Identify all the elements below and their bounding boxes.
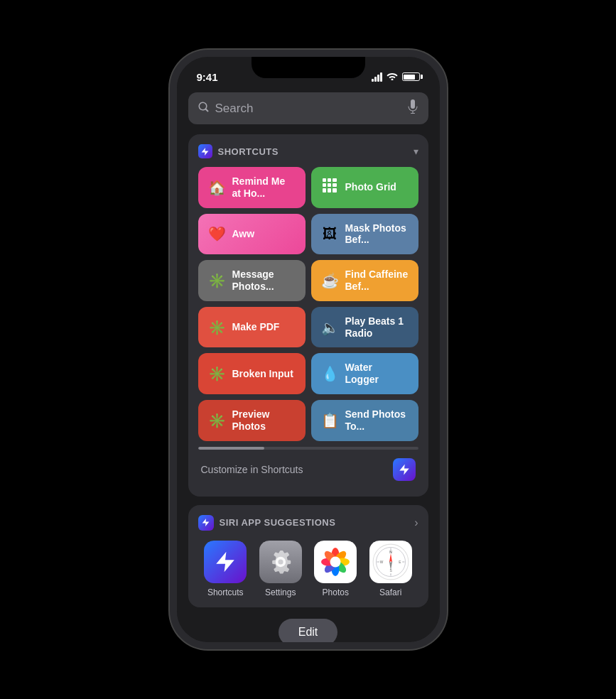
svg-point-17 bbox=[330, 556, 341, 567]
app-suggestions: Shortcuts Settings bbox=[198, 541, 418, 597]
shortcut-water-logger[interactable]: 💧 Water Logger bbox=[311, 353, 418, 394]
shortcuts-grid: 🏠 Remind Me at Ho... Photo Grid bbox=[198, 167, 418, 441]
shortcut-send-photos[interactable]: 📋 Send Photos To... bbox=[311, 400, 418, 441]
coffee-icon: ☕ bbox=[321, 272, 338, 289]
wifi-icon bbox=[387, 71, 398, 82]
search-icon bbox=[198, 102, 210, 116]
phone-screen: 9:41 bbox=[177, 57, 440, 642]
shortcut-label: Make PDF bbox=[232, 321, 280, 333]
shortcut-remind-home[interactable]: 🏠 Remind Me at Ho... bbox=[198, 167, 306, 208]
mic-icon[interactable] bbox=[407, 99, 418, 117]
shortcut-make-pdf[interactable]: ✳️ Make PDF bbox=[198, 307, 306, 348]
customize-btn[interactable]: Customize in Shortcuts bbox=[198, 453, 418, 487]
status-icons bbox=[372, 71, 420, 82]
phone-frame: 9:41 bbox=[170, 50, 447, 649]
shortcut-label: Broken Input bbox=[232, 368, 293, 380]
shortcut-broken-input[interactable]: ✳️ Broken Input bbox=[198, 353, 306, 394]
sparkle3-icon: ✳️ bbox=[208, 365, 225, 382]
chevron-down-icon[interactable]: ▾ bbox=[414, 146, 418, 157]
scroll-track bbox=[198, 447, 264, 450]
app-label-shortcuts: Shortcuts bbox=[207, 587, 244, 597]
shortcut-aww[interactable]: ❤️ Aww bbox=[198, 214, 306, 255]
speaker-icon: 🔈 bbox=[321, 319, 338, 336]
siri-suggestions-widget: SIRI APP SUGGESTIONS › Shortcuts bbox=[188, 505, 428, 607]
widget-header: SHORTCUTS ▾ bbox=[198, 144, 418, 158]
app-icon-safari: N S E W bbox=[369, 541, 412, 583]
shortcut-message-photos[interactable]: ✳️ Message Photos... bbox=[198, 260, 306, 301]
clipboard-icon: 📋 bbox=[321, 412, 338, 429]
shortcut-label: Preview Photos bbox=[232, 408, 296, 433]
svg-rect-0 bbox=[323, 178, 326, 182]
shortcut-label: Water Logger bbox=[345, 362, 409, 386]
shortcut-label: Play Beats 1 Radio bbox=[345, 315, 409, 340]
app-item-photos[interactable]: Photos bbox=[314, 541, 357, 597]
home-icon: 🏠 bbox=[208, 179, 225, 196]
svg-rect-8 bbox=[333, 188, 337, 193]
shortcuts-widget: SHORTCUTS ▾ 🏠 Remind Me at Ho... bbox=[188, 134, 428, 497]
widget-header-left: SHORTCUTS bbox=[198, 144, 279, 158]
edit-btn-container: Edit bbox=[188, 619, 428, 642]
shortcuts-badge-icon bbox=[393, 458, 416, 481]
app-label-settings: Settings bbox=[265, 587, 296, 597]
shortcut-play-beats[interactable]: 🔈 Play Beats 1 Radio bbox=[311, 307, 418, 348]
shortcut-label: Remind Me at Ho... bbox=[232, 175, 296, 200]
svg-rect-2 bbox=[333, 178, 337, 182]
app-icon-settings bbox=[259, 541, 302, 583]
shortcut-label: Aww bbox=[232, 228, 255, 240]
sparkle-icon: ✳️ bbox=[208, 272, 225, 289]
siri-header-left: SIRI APP SUGGESTIONS bbox=[198, 515, 336, 531]
siri-title: SIRI APP SUGGESTIONS bbox=[220, 517, 336, 528]
svg-text:N: N bbox=[389, 551, 392, 554]
svg-rect-6 bbox=[323, 188, 326, 193]
edit-button[interactable]: Edit bbox=[279, 619, 338, 642]
app-item-shortcuts[interactable]: Shortcuts bbox=[204, 541, 247, 597]
shortcut-label: Message Photos... bbox=[232, 269, 296, 293]
svg-text:W: W bbox=[379, 560, 383, 563]
svg-rect-3 bbox=[323, 183, 326, 187]
siri-header: SIRI APP SUGGESTIONS › bbox=[198, 515, 418, 531]
notch bbox=[252, 57, 365, 78]
app-item-safari[interactable]: N S E W Safari bbox=[369, 541, 412, 597]
search-bar[interactable]: Search bbox=[188, 92, 428, 124]
shortcut-mask-photos[interactable]: 🖼 Mask Photos Bef... bbox=[311, 214, 418, 255]
shortcut-label: Send Photos To... bbox=[345, 408, 409, 433]
shortcut-label: Find Caffeine Bef... bbox=[345, 269, 409, 293]
screen-content[interactable]: Search SHORTCUTS bbox=[177, 88, 440, 642]
siri-chevron-icon[interactable]: › bbox=[414, 516, 418, 529]
sparkle2-icon: ✳️ bbox=[208, 319, 225, 336]
droplet-icon: 💧 bbox=[321, 365, 338, 382]
shortcuts-icon-small bbox=[198, 144, 212, 158]
app-label-safari: Safari bbox=[379, 587, 401, 597]
grid-icon bbox=[321, 178, 338, 196]
app-label-photos: Photos bbox=[323, 587, 349, 597]
shortcut-preview-photos[interactable]: ✳️ Preview Photos bbox=[198, 400, 306, 441]
shortcut-find-caffeine[interactable]: ☕ Find Caffeine Bef... bbox=[311, 260, 418, 301]
status-time: 9:41 bbox=[197, 71, 218, 83]
scroll-indicator bbox=[198, 447, 418, 450]
app-icon-shortcuts bbox=[204, 541, 247, 583]
svg-rect-5 bbox=[333, 183, 337, 187]
shortcuts-widget-title: SHORTCUTS bbox=[218, 146, 279, 157]
svg-rect-1 bbox=[328, 178, 331, 182]
signal-bars-icon bbox=[372, 72, 382, 82]
battery-icon bbox=[402, 72, 420, 81]
search-placeholder: Search bbox=[215, 102, 401, 116]
app-icon-photos bbox=[314, 541, 357, 583]
app-item-settings[interactable]: Settings bbox=[259, 541, 302, 597]
svg-rect-7 bbox=[328, 188, 331, 193]
customize-text: Customize in Shortcuts bbox=[201, 464, 303, 475]
siri-icon bbox=[198, 515, 214, 531]
svg-rect-4 bbox=[328, 183, 331, 187]
shortcut-photo-grid[interactable]: Photo Grid bbox=[311, 167, 418, 208]
heart-icon: ❤️ bbox=[208, 225, 225, 242]
shortcut-label: Photo Grid bbox=[345, 181, 396, 193]
sparkle4-icon: ✳️ bbox=[208, 412, 225, 429]
shortcut-label: Mask Photos Bef... bbox=[345, 222, 409, 246]
image-icon: 🖼 bbox=[321, 226, 338, 242]
